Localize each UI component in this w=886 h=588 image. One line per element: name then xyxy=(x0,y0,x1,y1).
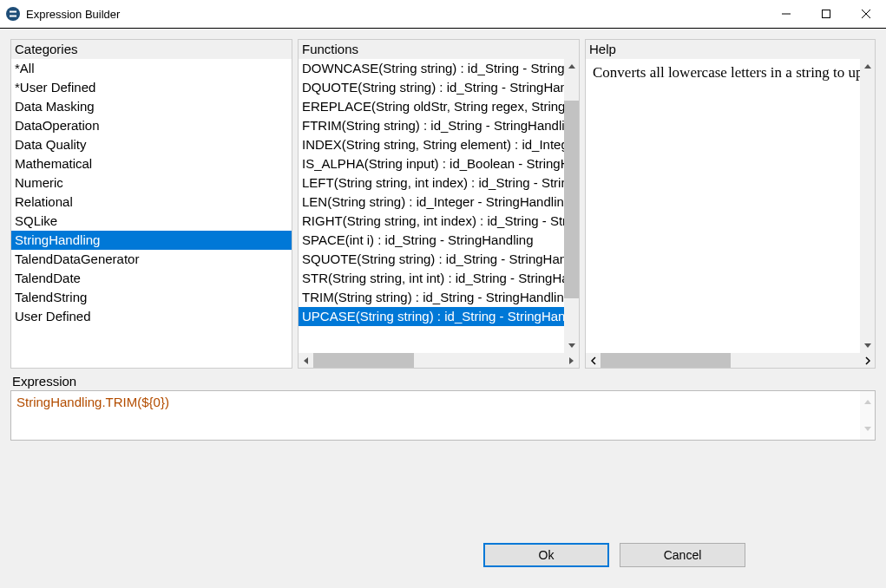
category-item[interactable]: TalendDate xyxy=(11,269,292,288)
functions-header: Functions xyxy=(299,40,579,59)
minimize-button[interactable] xyxy=(766,0,806,28)
svg-point-0 xyxy=(6,7,20,21)
function-item[interactable]: STR(String string, int int) : id_String … xyxy=(299,269,564,288)
function-item[interactable]: DOWNCASE(String string) : id_String - St… xyxy=(299,59,564,78)
category-item[interactable]: Numeric xyxy=(11,173,292,193)
cancel-button[interactable]: Cancel xyxy=(620,543,745,567)
function-item[interactable]: DQUOTE(String string) : id_String - Stri… xyxy=(299,78,564,97)
functions-vertical-scrollbar[interactable] xyxy=(564,59,579,353)
category-item[interactable]: StringHandling xyxy=(11,231,292,250)
scroll-right-icon[interactable] xyxy=(860,353,875,368)
function-item[interactable]: EREPLACE(String oldStr, String regex, St… xyxy=(299,97,564,116)
svg-rect-4 xyxy=(823,10,830,18)
help-header: Help xyxy=(586,40,875,59)
svg-marker-14 xyxy=(864,427,871,431)
svg-marker-9 xyxy=(304,357,308,364)
window-title: Expression Builder xyxy=(26,8,120,21)
function-item[interactable]: INDEX(String string, String element) : i… xyxy=(299,135,564,154)
scroll-right-icon[interactable] xyxy=(564,353,579,368)
category-item[interactable]: Relational xyxy=(11,193,292,212)
help-text: Converts all lowercase letters in a stri… xyxy=(586,59,860,353)
expression-vertical-scrollbar[interactable] xyxy=(860,391,875,440)
categories-panel: Categories *All*User DefinedData Masking… xyxy=(10,39,292,369)
function-item[interactable]: SQUOTE(String string) : id_String - Stri… xyxy=(299,250,564,269)
function-item[interactable]: IS_ALPHA(String input) : id_Boolean - St… xyxy=(299,154,564,173)
category-item[interactable]: Mathematical xyxy=(11,154,292,173)
svg-marker-10 xyxy=(569,357,574,364)
scroll-down-icon[interactable] xyxy=(860,338,875,353)
scroll-left-icon[interactable] xyxy=(586,353,601,368)
ok-button[interactable]: Ok xyxy=(483,543,609,567)
svg-marker-8 xyxy=(568,343,575,348)
category-item[interactable]: Data Masking xyxy=(11,97,292,116)
function-item[interactable]: TRIM(String string) : id_String - String… xyxy=(299,288,564,307)
dialog-buttons: Ok Cancel xyxy=(10,543,876,578)
help-vertical-scrollbar[interactable] xyxy=(860,59,875,353)
top-panels: Categories *All*User DefinedData Masking… xyxy=(10,39,876,369)
scroll-up-icon[interactable] xyxy=(564,59,579,74)
category-item[interactable]: Data Quality xyxy=(11,135,292,154)
svg-rect-2 xyxy=(10,16,16,17)
help-panel: Help Converts all lowercase letters in a… xyxy=(585,39,876,369)
category-item[interactable]: User Defined xyxy=(11,307,292,326)
functions-horizontal-scrollbar[interactable] xyxy=(299,353,579,368)
function-item[interactable]: FTRIM(String string) : id_String - Strin… xyxy=(299,116,564,135)
app-icon xyxy=(5,6,21,22)
svg-rect-1 xyxy=(10,11,16,13)
svg-marker-7 xyxy=(568,64,575,69)
function-item[interactable]: LEFT(String string, int index) : id_Stri… xyxy=(299,173,564,193)
category-item[interactable]: TalendDataGenerator xyxy=(11,250,292,269)
category-item[interactable]: TalendString xyxy=(11,288,292,307)
maximize-button[interactable] xyxy=(806,0,846,28)
titlebar: Expression Builder xyxy=(0,0,886,28)
scroll-up-icon[interactable] xyxy=(860,59,875,74)
categories-header: Categories xyxy=(11,40,292,59)
expression-label: Expression xyxy=(10,374,876,389)
categories-listbox[interactable]: *All*User DefinedData MaskingDataOperati… xyxy=(11,59,292,368)
category-item[interactable]: SQLike xyxy=(11,212,292,231)
function-item[interactable]: SPACE(int i) : id_String - StringHandlin… xyxy=(299,231,564,250)
category-item[interactable]: *All xyxy=(11,59,292,78)
expression-input[interactable]: StringHandling.TRIM(${0}) xyxy=(11,391,860,440)
functions-listbox[interactable]: DOWNCASE(String string) : id_String - St… xyxy=(299,59,564,353)
function-item[interactable]: UPCASE(String string) : id_String - Stri… xyxy=(299,307,564,326)
scroll-down-icon[interactable] xyxy=(564,338,579,353)
function-item[interactable]: RIGHT(String string, int index) : id_Str… xyxy=(299,212,564,231)
functions-panel: Functions DOWNCASE(String string) : id_S… xyxy=(298,39,580,369)
svg-marker-12 xyxy=(864,343,871,348)
scroll-up-icon[interactable] xyxy=(860,391,875,413)
scroll-left-icon[interactable] xyxy=(299,353,313,368)
svg-marker-11 xyxy=(864,64,871,69)
category-item[interactable]: DataOperation xyxy=(11,116,292,135)
expression-section: Expression StringHandling.TRIM(${0}) xyxy=(10,374,876,441)
svg-marker-13 xyxy=(864,400,871,404)
help-horizontal-scrollbar[interactable] xyxy=(586,353,875,368)
function-item[interactable]: LEN(String string) : id_Integer - String… xyxy=(299,193,564,212)
scroll-down-icon[interactable] xyxy=(860,418,875,440)
category-item[interactable]: *User Defined xyxy=(11,78,292,97)
close-button[interactable] xyxy=(846,0,886,28)
